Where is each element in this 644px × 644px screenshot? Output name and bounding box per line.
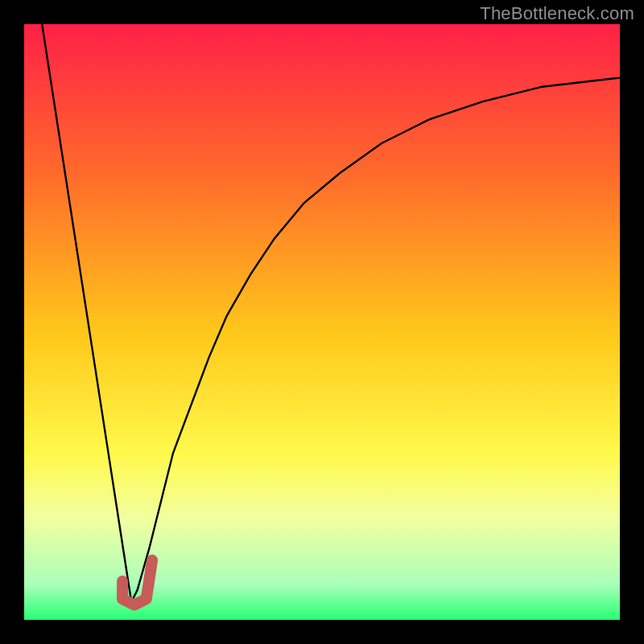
curve-left: [42, 24, 131, 602]
curves-layer: [24, 24, 620, 620]
plot-area: [24, 24, 620, 620]
chart-frame: TheBottleneck.com: [0, 0, 644, 644]
curve-right: [131, 78, 620, 602]
watermark-text: TheBottleneck.com: [480, 3, 634, 24]
